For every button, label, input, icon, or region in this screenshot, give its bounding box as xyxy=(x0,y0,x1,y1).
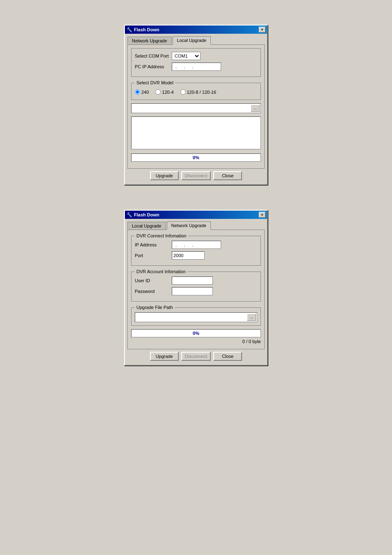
button-row-1: Upgrade Disconnect Close xyxy=(127,169,265,182)
radio-240-input[interactable] xyxy=(135,89,140,95)
dvr-port-label: Port xyxy=(135,253,172,258)
com-port-row: Select COM Port COM1 COM2 COM3 COM4 xyxy=(135,52,257,60)
window1-close-button[interactable]: × xyxy=(259,27,265,33)
com-port-select[interactable]: COM1 COM2 COM3 COM4 xyxy=(172,52,201,60)
title-bar-left-1: 🔧 Flash Down xyxy=(127,27,159,33)
file-path-row-2: ... xyxy=(135,312,257,322)
tab-network-upgrade-1[interactable]: Network Upgrade xyxy=(127,37,172,44)
tab-local-upgrade-1[interactable]: Local Upgrade xyxy=(173,36,211,45)
dvr-model-fieldset: Select DVR Model 240 120-4 120-8 / 120-1… xyxy=(131,80,261,100)
dvr-ip-label: IP Address xyxy=(135,242,172,247)
disconnect-button-2[interactable]: Disconnect xyxy=(181,352,211,361)
radio-120-8-16-input[interactable] xyxy=(180,89,186,95)
window2: 🔧 Flash Down × Local Upgrade Network Upg… xyxy=(124,210,268,366)
radio-120-8-16[interactable]: 120-8 / 120-16 xyxy=(180,89,217,95)
password-label: Password xyxy=(135,289,172,294)
title-bar-2: 🔧 Flash Down × xyxy=(125,211,267,219)
window2-body: Local Upgrade Network Upgrade DVR Connec… xyxy=(125,219,267,365)
dvr-connect-fieldset: DVR Connect Infomation IP Address Port xyxy=(131,233,261,266)
upgrade-button-2[interactable]: Upgrade xyxy=(150,352,179,361)
radio-120-4-input[interactable] xyxy=(155,89,161,95)
radio-120-8-16-label: 120-8 / 120-16 xyxy=(187,90,217,95)
dvr-port-row: Port xyxy=(135,251,257,260)
password-input[interactable] xyxy=(172,287,213,295)
user-id-row: User ID xyxy=(135,276,257,285)
pc-ip-input[interactable] xyxy=(172,63,221,71)
window2-tabs: Local Upgrade Network Upgrade xyxy=(127,221,265,230)
window2-tab-content: DVR Connect Infomation IP Address Port D… xyxy=(127,230,265,349)
radio-240[interactable]: 240 xyxy=(135,89,149,95)
user-id-input[interactable] xyxy=(172,276,213,285)
com-port-label: Select COM Port xyxy=(135,53,172,58)
dvr-model-legend: Select DVR Model xyxy=(135,80,175,85)
window1: 🔧 Flash Down × Network Upgrade Local Upg… xyxy=(124,25,268,185)
log-area-1[interactable] xyxy=(131,116,261,149)
file-path-row-1: ... xyxy=(131,103,261,113)
dvr-ip-input[interactable] xyxy=(172,241,221,249)
ip-address-label: PC IP Address xyxy=(135,64,172,69)
close-button-1[interactable]: Close xyxy=(213,171,242,180)
window2-close-button[interactable]: × xyxy=(259,212,265,218)
byte-info: 0 / 0 byte xyxy=(131,339,261,344)
upgrade-file-legend: Upgrade File Path xyxy=(135,305,175,310)
app-icon-1: 🔧 xyxy=(127,27,132,33)
dvr-account-fieldset: DVR Account Infomation User ID Password xyxy=(131,269,261,302)
button-row-2: Upgrade Disconnect Close xyxy=(127,349,265,362)
window2-title: Flash Down xyxy=(134,212,159,217)
tab-network-upgrade-2[interactable]: Network Upgrade xyxy=(167,221,211,230)
progress-text-2: 0% xyxy=(193,331,199,336)
radio-120-4-label: 120-4 xyxy=(162,90,173,95)
progress-bar-1: 0% xyxy=(131,153,261,162)
tab-local-upgrade-2[interactable]: Local Upgrade xyxy=(127,222,166,230)
radio-120-4[interactable]: 120-4 xyxy=(155,89,173,95)
dvr-ip-row: IP Address xyxy=(135,241,257,249)
window1-tab-content: Select COM Port COM1 COM2 COM3 COM4 PC I… xyxy=(127,44,265,169)
browse-button-2[interactable]: ... xyxy=(247,313,256,321)
window1-title: Flash Down xyxy=(134,27,159,32)
upgrade-file-fieldset: Upgrade File Path ... xyxy=(131,305,261,326)
app-icon-2: 🔧 xyxy=(127,212,132,218)
window1-tabs: Network Upgrade Local Upgrade xyxy=(127,36,265,44)
title-bar-left-2: 🔧 Flash Down xyxy=(127,212,159,218)
ip-address-row: PC IP Address xyxy=(135,63,257,71)
window1-body: Network Upgrade Local Upgrade Select COM… xyxy=(125,34,267,184)
title-bar-1: 🔧 Flash Down × xyxy=(125,26,267,34)
radio-240-label: 240 xyxy=(141,90,149,95)
file-path-input-2[interactable] xyxy=(136,313,245,321)
progress-bar-2: 0% xyxy=(131,329,261,337)
dvr-model-radio-group: 240 120-4 120-8 / 120-16 xyxy=(135,88,257,96)
user-id-label: User ID xyxy=(135,278,172,283)
progress-text-1: 0% xyxy=(193,155,199,160)
file-path-input-1[interactable] xyxy=(132,104,249,112)
close-button-2[interactable]: Close xyxy=(213,352,242,361)
upgrade-button-1[interactable]: Upgrade xyxy=(150,171,179,180)
disconnect-button-1[interactable]: Disconnect xyxy=(181,171,211,180)
password-row: Password xyxy=(135,287,257,295)
dvr-port-input[interactable] xyxy=(172,251,205,260)
browse-button-1[interactable]: ... xyxy=(251,104,260,112)
dvr-account-legend: DVR Account Infomation xyxy=(135,269,187,274)
dvr-connect-legend: DVR Connect Infomation xyxy=(135,233,188,238)
